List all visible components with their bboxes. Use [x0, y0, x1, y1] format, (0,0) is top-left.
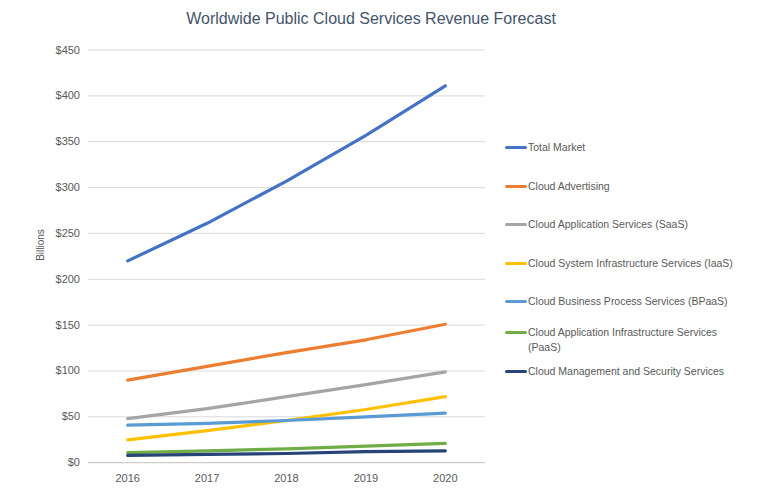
legend-item: Total Market: [505, 140, 750, 155]
series-line-cloud-business-process-services-bpaas: [128, 413, 446, 425]
y-tick-label: $0: [30, 455, 80, 470]
y-tick-label: $250: [30, 226, 80, 241]
y-tick-label: $50: [30, 409, 80, 424]
legend-item: Cloud Business Process Services (BPaaS): [505, 294, 750, 309]
series-line-cloud-advertising: [128, 324, 446, 380]
legend-item: Cloud Advertising: [505, 179, 750, 194]
legend-line-swatch: [505, 223, 527, 226]
y-tick-label: $450: [30, 43, 80, 58]
legend-label: Cloud Application Services (SaaS): [527, 217, 688, 232]
legend-label: Cloud System Infrastructure Services (Ia…: [527, 256, 733, 271]
legend-item: Cloud Application Services (SaaS): [505, 217, 750, 232]
legend-item: Cloud Management and Security Services: [505, 364, 750, 379]
chart-title: Worldwide Public Cloud Services Revenue …: [0, 10, 742, 28]
y-axis-title: Billions: [10, 215, 70, 275]
x-tick-label: 2019: [336, 471, 396, 486]
line-chart: Worldwide Public Cloud Services Revenue …: [0, 0, 770, 500]
y-tick-label: $300: [30, 180, 80, 195]
legend-label: Cloud Advertising: [527, 179, 610, 194]
legend-line-swatch: [505, 262, 527, 265]
x-tick-label: 2018: [257, 471, 317, 486]
series-line-cloud-system-infrastructure-services-iaas: [128, 397, 446, 440]
y-tick-label: $100: [30, 363, 80, 378]
x-tick-label: 2017: [177, 471, 237, 486]
legend-label: Cloud Application Infrastructure Service…: [527, 325, 717, 355]
legend-label: Cloud Business Process Services (BPaaS): [527, 294, 728, 309]
legend-item: Cloud System Infrastructure Services (Ia…: [505, 256, 750, 271]
legend-item: Cloud Application Infrastructure Service…: [505, 325, 750, 355]
legend-label: Cloud Management and Security Services: [527, 364, 724, 379]
legend-line-swatch: [505, 146, 527, 149]
y-tick-label: $400: [30, 88, 80, 103]
x-tick-label: 2016: [98, 471, 158, 486]
legend-line-swatch: [505, 370, 527, 373]
legend-label: Total Market: [527, 140, 585, 155]
legend-line-swatch: [505, 331, 527, 334]
legend-line-swatch: [505, 185, 527, 188]
y-tick-label: $350: [30, 134, 80, 149]
plot-area: [0, 0, 770, 500]
series-line-cloud-application-services-saas: [128, 372, 446, 419]
y-tick-label: $150: [30, 318, 80, 333]
legend-line-swatch: [505, 300, 527, 303]
y-tick-label: $200: [30, 272, 80, 287]
x-tick-label: 2020: [415, 471, 475, 486]
series-line-total-market: [128, 86, 446, 261]
